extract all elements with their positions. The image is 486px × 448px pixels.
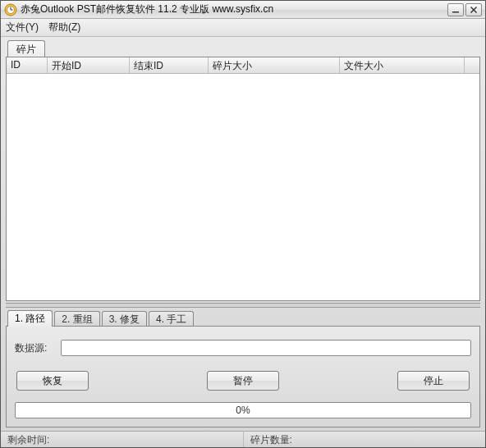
menu-bar: 文件(Y) 帮助(Z) (1, 19, 485, 37)
progress-text: 0% (236, 405, 250, 416)
top-tabstrip: 碎片 (6, 40, 480, 57)
fragments-panel: ID 开始ID 结束ID 碎片大小 文件大小 (6, 57, 480, 301)
app-window: 赤兔Outlook PST邮件恢复软件 11.2 专业版 www.sysfix.… (0, 0, 486, 448)
tab-regroup[interactable]: 2. 重组 (54, 311, 99, 326)
source-row: 数据源: (15, 340, 471, 356)
status-frag-count: 碎片数量: (244, 432, 486, 447)
tab-fragments[interactable]: 碎片 (7, 40, 45, 57)
pause-button[interactable]: 暂停 (207, 371, 279, 391)
path-panel: 数据源: 恢复 暂停 停止 0% (6, 326, 480, 427)
title-buttons (447, 3, 482, 16)
splitter[interactable] (6, 303, 480, 308)
source-label: 数据源: (15, 341, 56, 355)
col-end-id[interactable]: 结束ID (130, 57, 209, 73)
bottom-tabstrip: 1. 路径 2. 重组 3. 修复 4. 手工 (6, 309, 480, 326)
svg-rect-4 (452, 11, 459, 13)
stop-button[interactable]: 停止 (397, 371, 470, 391)
status-remaining: 剩余时间: (1, 432, 244, 447)
source-input[interactable] (61, 340, 471, 356)
client-area: 碎片 ID 开始ID 结束ID 碎片大小 文件大小 1. 路径 2. 重组 3.… (1, 37, 485, 431)
table-body[interactable] (7, 74, 479, 300)
col-id[interactable]: ID (7, 57, 48, 73)
col-start-id[interactable]: 开始ID (48, 57, 130, 73)
col-scroll-spacer (465, 57, 479, 73)
menu-help[interactable]: 帮助(Z) (48, 21, 80, 34)
col-file-size[interactable]: 文件大小 (340, 57, 465, 73)
col-frag-size[interactable]: 碎片大小 (209, 57, 340, 73)
tab-path[interactable]: 1. 路径 (7, 310, 53, 327)
minimize-button[interactable] (447, 3, 464, 16)
table-header: ID 开始ID 结束ID 碎片大小 文件大小 (7, 57, 479, 74)
tab-repair[interactable]: 3. 修复 (102, 311, 147, 326)
menu-file[interactable]: 文件(Y) (6, 21, 39, 34)
status-bar: 剩余时间: 碎片数量: (1, 431, 485, 447)
close-button[interactable] (465, 3, 482, 16)
progress-bar: 0% (15, 402, 471, 418)
action-buttons: 恢复 暂停 停止 (15, 368, 471, 391)
title-text: 赤兔Outlook PST邮件恢复软件 11.2 专业版 www.sysfix.… (21, 2, 447, 16)
recover-button[interactable]: 恢复 (16, 371, 89, 391)
tab-manual[interactable]: 4. 手工 (149, 311, 194, 326)
app-icon (4, 3, 17, 16)
title-bar: 赤兔Outlook PST邮件恢复软件 11.2 专业版 www.sysfix.… (1, 1, 485, 19)
